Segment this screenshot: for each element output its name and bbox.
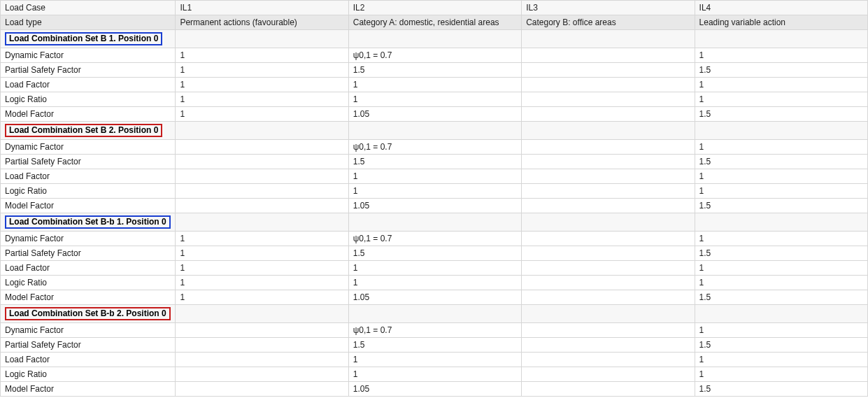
cell-load-1[interactable]: 1 xyxy=(348,169,521,184)
cell-model-3[interactable]: 1.5 xyxy=(695,382,867,397)
cell-dynamic-0[interactable]: 1 xyxy=(176,48,348,63)
cell-psf-3[interactable]: 1.5 xyxy=(695,155,867,169)
cell-load-1[interactable]: 1 xyxy=(348,353,521,367)
header-row: Load Case IL1 IL2 IL3 IL4 xyxy=(1,1,868,15)
cell-dynamic-0[interactable]: 1 xyxy=(176,232,348,246)
cell-load-1[interactable]: 1 xyxy=(348,261,521,276)
cell-logic-3[interactable]: 1 xyxy=(695,276,867,290)
table-row: Model Factor11.051.5 xyxy=(1,290,868,305)
group-header-cell[interactable]: Load Combination Set B-b 2. Position 0 xyxy=(1,305,176,323)
cell-logic-3[interactable]: 1 xyxy=(695,92,867,107)
cell-dynamic-2[interactable] xyxy=(522,232,695,246)
cell-model-3[interactable]: 1.5 xyxy=(695,290,867,305)
header-col-il3[interactable]: IL3 xyxy=(522,1,695,15)
cell-psf-2[interactable] xyxy=(522,155,695,169)
cell-logic-2[interactable] xyxy=(522,367,695,382)
cell-model-1[interactable]: 1.05 xyxy=(348,199,521,213)
header-load-case[interactable]: Load Case xyxy=(1,1,176,15)
cell-logic-0[interactable] xyxy=(176,367,348,382)
cell-dynamic-2[interactable] xyxy=(522,323,695,338)
cell-model-0[interactable]: 1 xyxy=(176,290,348,305)
cell-load-2[interactable] xyxy=(522,261,695,276)
header-col-il1[interactable]: IL1 xyxy=(176,1,348,15)
cell-logic-0[interactable] xyxy=(176,184,348,199)
group-header-cell[interactable]: Load Combination Set B 2. Position 0 xyxy=(1,122,176,140)
cell-psf-3[interactable]: 1.5 xyxy=(695,63,867,78)
load-type-value-1[interactable]: Category A: domestic, residential areas xyxy=(348,15,521,30)
cell-psf-1[interactable]: 1.5 xyxy=(348,63,521,78)
cell-model-2[interactable] xyxy=(522,107,695,122)
cell-psf-2[interactable] xyxy=(522,63,695,78)
cell-psf-2[interactable] xyxy=(522,246,695,261)
cell-psf-2[interactable] xyxy=(522,338,695,353)
cell-psf-1[interactable]: 1.5 xyxy=(348,338,521,353)
cell-load-2[interactable] xyxy=(522,353,695,367)
load-type-value-2[interactable]: Category B: office areas xyxy=(522,15,695,30)
group-header-cell[interactable]: Load Combination Set B 1. Position 0 xyxy=(1,30,176,48)
cell-dynamic-1[interactable]: ψ0,1 = 0.7 xyxy=(348,140,521,155)
cell-psf-1[interactable]: 1.5 xyxy=(348,246,521,261)
cell-logic-1[interactable]: 1 xyxy=(348,92,521,107)
cell-logic-1[interactable]: 1 xyxy=(348,367,521,382)
cell-logic-1[interactable]: 1 xyxy=(348,184,521,199)
cell-load-3[interactable]: 1 xyxy=(695,261,867,276)
header-col-il2[interactable]: IL2 xyxy=(348,1,521,15)
cell-dynamic-1[interactable]: ψ0,1 = 0.7 xyxy=(348,48,521,63)
group-title: Load Combination Set B 2. Position 0 xyxy=(5,124,162,137)
cell-model-0[interactable] xyxy=(176,382,348,397)
cell-psf-0[interactable]: 1 xyxy=(176,63,348,78)
cell-model-2[interactable] xyxy=(522,382,695,397)
cell-logic-0[interactable]: 1 xyxy=(176,92,348,107)
cell-dynamic-0[interactable] xyxy=(176,140,348,155)
factor-label-logic: Logic Ratio xyxy=(1,184,176,199)
cell-model-0[interactable] xyxy=(176,199,348,213)
cell-psf-3[interactable]: 1.5 xyxy=(695,246,867,261)
cell-model-3[interactable]: 1.5 xyxy=(695,199,867,213)
cell-psf-3[interactable]: 1.5 xyxy=(695,338,867,353)
cell-load-0[interactable]: 1 xyxy=(176,261,348,276)
group-header-cell[interactable]: Load Combination Set B-b 1. Position 0 xyxy=(1,213,176,232)
cell-psf-1[interactable]: 1.5 xyxy=(348,155,521,169)
cell-load-0[interactable] xyxy=(176,169,348,184)
cell-load-3[interactable]: 1 xyxy=(695,78,867,92)
cell-model-2[interactable] xyxy=(522,290,695,305)
table-row: Model Factor11.051.5 xyxy=(1,107,868,122)
cell-load-3[interactable]: 1 xyxy=(695,353,867,367)
cell-dynamic-3[interactable]: 1 xyxy=(695,48,867,63)
cell-load-1[interactable]: 1 xyxy=(348,78,521,92)
cell-dynamic-3[interactable]: 1 xyxy=(695,323,867,338)
cell-load-0[interactable] xyxy=(176,353,348,367)
cell-logic-2[interactable] xyxy=(522,184,695,199)
cell-dynamic-2[interactable] xyxy=(522,48,695,63)
cell-logic-2[interactable] xyxy=(522,276,695,290)
cell-model-1[interactable]: 1.05 xyxy=(348,382,521,397)
cell-logic-2[interactable] xyxy=(522,92,695,107)
cell-model-3[interactable]: 1.5 xyxy=(695,107,867,122)
cell-load-2[interactable] xyxy=(522,169,695,184)
cell-dynamic-1[interactable]: ψ0,1 = 0.7 xyxy=(348,323,521,338)
cell-model-1[interactable]: 1.05 xyxy=(348,290,521,305)
cell-model-2[interactable] xyxy=(522,199,695,213)
cell-dynamic-0[interactable] xyxy=(176,323,348,338)
cell-logic-3[interactable]: 1 xyxy=(695,184,867,199)
header-col-il4[interactable]: IL4 xyxy=(695,1,867,15)
cell-dynamic-3[interactable]: 1 xyxy=(695,140,867,155)
cell-model-0[interactable]: 1 xyxy=(176,107,348,122)
cell-load-3[interactable]: 1 xyxy=(695,169,867,184)
cell-dynamic-3[interactable]: 1 xyxy=(695,232,867,246)
cell-load-2[interactable] xyxy=(522,78,695,92)
load-type-value-0[interactable]: Permanent actions (favourable) xyxy=(176,15,348,30)
cell-load-0[interactable]: 1 xyxy=(176,78,348,92)
cell-logic-1[interactable]: 1 xyxy=(348,276,521,290)
cell-dynamic-1[interactable]: ψ0,1 = 0.7 xyxy=(348,232,521,246)
cell-dynamic-2[interactable] xyxy=(522,140,695,155)
cell-psf-0[interactable] xyxy=(176,338,348,353)
cell-logic-0[interactable]: 1 xyxy=(176,276,348,290)
cell-model-1[interactable]: 1.05 xyxy=(348,107,521,122)
load-combination-table[interactable]: Load Case IL1 IL2 IL3 IL4 Load typePerma… xyxy=(0,0,868,397)
table-row: Logic Ratio111 xyxy=(1,92,868,107)
cell-psf-0[interactable] xyxy=(176,155,348,169)
load-type-value-3[interactable]: Leading variable action xyxy=(695,15,867,30)
cell-psf-0[interactable]: 1 xyxy=(176,246,348,261)
cell-logic-3[interactable]: 1 xyxy=(695,367,867,382)
